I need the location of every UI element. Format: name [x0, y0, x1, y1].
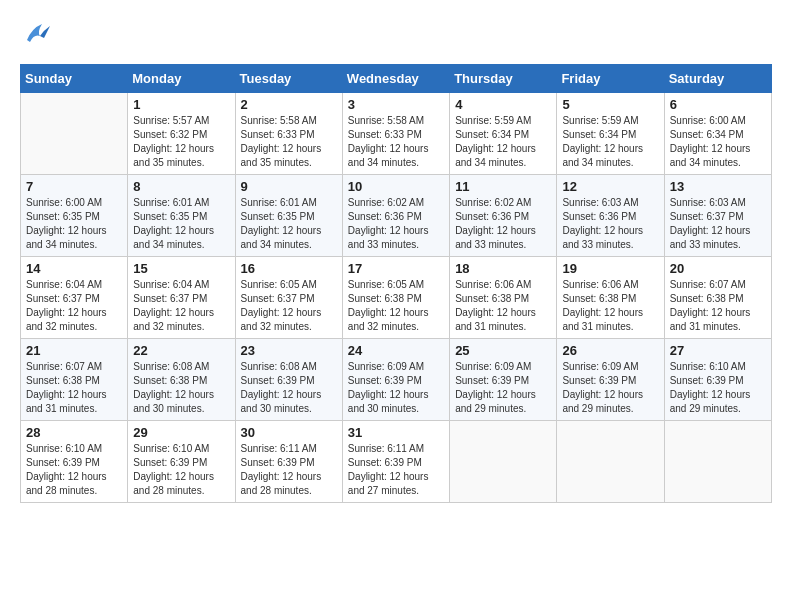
calendar-day-cell: 15Sunrise: 6:04 AM Sunset: 6:37 PM Dayli…: [128, 257, 235, 339]
day-number: 9: [241, 179, 337, 194]
page-header: [20, 20, 772, 48]
calendar-day-cell: 2Sunrise: 5:58 AM Sunset: 6:33 PM Daylig…: [235, 93, 342, 175]
day-of-week-header: Monday: [128, 65, 235, 93]
day-info: Sunrise: 6:03 AM Sunset: 6:36 PM Dayligh…: [562, 196, 658, 252]
day-info: Sunrise: 6:08 AM Sunset: 6:38 PM Dayligh…: [133, 360, 229, 416]
day-info: Sunrise: 6:01 AM Sunset: 6:35 PM Dayligh…: [133, 196, 229, 252]
day-info: Sunrise: 6:01 AM Sunset: 6:35 PM Dayligh…: [241, 196, 337, 252]
day-info: Sunrise: 6:06 AM Sunset: 6:38 PM Dayligh…: [562, 278, 658, 334]
day-info: Sunrise: 5:58 AM Sunset: 6:33 PM Dayligh…: [241, 114, 337, 170]
calendar-day-cell: 28Sunrise: 6:10 AM Sunset: 6:39 PM Dayli…: [21, 421, 128, 503]
calendar-day-cell: 9Sunrise: 6:01 AM Sunset: 6:35 PM Daylig…: [235, 175, 342, 257]
day-number: 25: [455, 343, 551, 358]
day-number: 7: [26, 179, 122, 194]
day-number: 8: [133, 179, 229, 194]
day-number: 11: [455, 179, 551, 194]
calendar-week-row: 21Sunrise: 6:07 AM Sunset: 6:38 PM Dayli…: [21, 339, 772, 421]
calendar-day-cell: 6Sunrise: 6:00 AM Sunset: 6:34 PM Daylig…: [664, 93, 771, 175]
day-info: Sunrise: 6:11 AM Sunset: 6:39 PM Dayligh…: [241, 442, 337, 498]
day-number: 31: [348, 425, 444, 440]
day-number: 30: [241, 425, 337, 440]
calendar-day-cell: 20Sunrise: 6:07 AM Sunset: 6:38 PM Dayli…: [664, 257, 771, 339]
calendar-day-cell: 4Sunrise: 5:59 AM Sunset: 6:34 PM Daylig…: [450, 93, 557, 175]
day-info: Sunrise: 6:02 AM Sunset: 6:36 PM Dayligh…: [455, 196, 551, 252]
calendar-day-cell: 8Sunrise: 6:01 AM Sunset: 6:35 PM Daylig…: [128, 175, 235, 257]
calendar-week-row: 7Sunrise: 6:00 AM Sunset: 6:35 PM Daylig…: [21, 175, 772, 257]
calendar-day-cell: 30Sunrise: 6:11 AM Sunset: 6:39 PM Dayli…: [235, 421, 342, 503]
day-number: 3: [348, 97, 444, 112]
day-number: 13: [670, 179, 766, 194]
day-number: 22: [133, 343, 229, 358]
calendar-week-row: 28Sunrise: 6:10 AM Sunset: 6:39 PM Dayli…: [21, 421, 772, 503]
day-info: Sunrise: 6:07 AM Sunset: 6:38 PM Dayligh…: [670, 278, 766, 334]
day-number: 5: [562, 97, 658, 112]
calendar-day-cell: 12Sunrise: 6:03 AM Sunset: 6:36 PM Dayli…: [557, 175, 664, 257]
day-of-week-header: Tuesday: [235, 65, 342, 93]
calendar-day-cell: 24Sunrise: 6:09 AM Sunset: 6:39 PM Dayli…: [342, 339, 449, 421]
day-number: 16: [241, 261, 337, 276]
calendar-day-cell: 13Sunrise: 6:03 AM Sunset: 6:37 PM Dayli…: [664, 175, 771, 257]
day-info: Sunrise: 6:00 AM Sunset: 6:35 PM Dayligh…: [26, 196, 122, 252]
day-info: Sunrise: 5:59 AM Sunset: 6:34 PM Dayligh…: [562, 114, 658, 170]
day-number: 15: [133, 261, 229, 276]
calendar-day-cell: 17Sunrise: 6:05 AM Sunset: 6:38 PM Dayli…: [342, 257, 449, 339]
day-info: Sunrise: 5:59 AM Sunset: 6:34 PM Dayligh…: [455, 114, 551, 170]
day-info: Sunrise: 6:05 AM Sunset: 6:38 PM Dayligh…: [348, 278, 444, 334]
day-number: 4: [455, 97, 551, 112]
day-number: 26: [562, 343, 658, 358]
day-info: Sunrise: 6:02 AM Sunset: 6:36 PM Dayligh…: [348, 196, 444, 252]
day-number: 29: [133, 425, 229, 440]
day-info: Sunrise: 6:00 AM Sunset: 6:34 PM Dayligh…: [670, 114, 766, 170]
calendar-day-cell: [664, 421, 771, 503]
day-number: 28: [26, 425, 122, 440]
day-info: Sunrise: 5:57 AM Sunset: 6:32 PM Dayligh…: [133, 114, 229, 170]
day-of-week-header: Wednesday: [342, 65, 449, 93]
day-info: Sunrise: 6:08 AM Sunset: 6:39 PM Dayligh…: [241, 360, 337, 416]
day-number: 2: [241, 97, 337, 112]
day-number: 23: [241, 343, 337, 358]
calendar-day-cell: 23Sunrise: 6:08 AM Sunset: 6:39 PM Dayli…: [235, 339, 342, 421]
calendar-day-cell: [21, 93, 128, 175]
day-number: 20: [670, 261, 766, 276]
calendar-day-cell: [557, 421, 664, 503]
day-number: 10: [348, 179, 444, 194]
day-number: 1: [133, 97, 229, 112]
day-number: 18: [455, 261, 551, 276]
day-number: 12: [562, 179, 658, 194]
calendar-day-cell: 25Sunrise: 6:09 AM Sunset: 6:39 PM Dayli…: [450, 339, 557, 421]
calendar-day-cell: 19Sunrise: 6:06 AM Sunset: 6:38 PM Dayli…: [557, 257, 664, 339]
day-info: Sunrise: 6:06 AM Sunset: 6:38 PM Dayligh…: [455, 278, 551, 334]
day-info: Sunrise: 6:09 AM Sunset: 6:39 PM Dayligh…: [562, 360, 658, 416]
day-number: 6: [670, 97, 766, 112]
calendar-day-cell: 3Sunrise: 5:58 AM Sunset: 6:33 PM Daylig…: [342, 93, 449, 175]
day-of-week-header: Friday: [557, 65, 664, 93]
day-number: 21: [26, 343, 122, 358]
calendar-day-cell: 18Sunrise: 6:06 AM Sunset: 6:38 PM Dayli…: [450, 257, 557, 339]
day-info: Sunrise: 6:10 AM Sunset: 6:39 PM Dayligh…: [133, 442, 229, 498]
calendar-day-cell: 5Sunrise: 5:59 AM Sunset: 6:34 PM Daylig…: [557, 93, 664, 175]
logo: [20, 20, 52, 48]
logo-bird-icon: [22, 20, 52, 48]
calendar-day-cell: 26Sunrise: 6:09 AM Sunset: 6:39 PM Dayli…: [557, 339, 664, 421]
day-number: 24: [348, 343, 444, 358]
calendar-day-cell: 11Sunrise: 6:02 AM Sunset: 6:36 PM Dayli…: [450, 175, 557, 257]
calendar-day-cell: 27Sunrise: 6:10 AM Sunset: 6:39 PM Dayli…: [664, 339, 771, 421]
calendar-day-cell: 7Sunrise: 6:00 AM Sunset: 6:35 PM Daylig…: [21, 175, 128, 257]
day-info: Sunrise: 6:04 AM Sunset: 6:37 PM Dayligh…: [26, 278, 122, 334]
day-info: Sunrise: 6:10 AM Sunset: 6:39 PM Dayligh…: [670, 360, 766, 416]
day-number: 19: [562, 261, 658, 276]
calendar-week-row: 1Sunrise: 5:57 AM Sunset: 6:32 PM Daylig…: [21, 93, 772, 175]
day-info: Sunrise: 6:10 AM Sunset: 6:39 PM Dayligh…: [26, 442, 122, 498]
day-info: Sunrise: 6:11 AM Sunset: 6:39 PM Dayligh…: [348, 442, 444, 498]
day-info: Sunrise: 6:09 AM Sunset: 6:39 PM Dayligh…: [348, 360, 444, 416]
day-info: Sunrise: 5:58 AM Sunset: 6:33 PM Dayligh…: [348, 114, 444, 170]
calendar-day-cell: 31Sunrise: 6:11 AM Sunset: 6:39 PM Dayli…: [342, 421, 449, 503]
calendar-day-cell: 16Sunrise: 6:05 AM Sunset: 6:37 PM Dayli…: [235, 257, 342, 339]
day-of-week-header: Saturday: [664, 65, 771, 93]
calendar-day-cell: 1Sunrise: 5:57 AM Sunset: 6:32 PM Daylig…: [128, 93, 235, 175]
calendar-day-cell: 21Sunrise: 6:07 AM Sunset: 6:38 PM Dayli…: [21, 339, 128, 421]
day-info: Sunrise: 6:09 AM Sunset: 6:39 PM Dayligh…: [455, 360, 551, 416]
day-info: Sunrise: 6:07 AM Sunset: 6:38 PM Dayligh…: [26, 360, 122, 416]
day-info: Sunrise: 6:03 AM Sunset: 6:37 PM Dayligh…: [670, 196, 766, 252]
day-number: 17: [348, 261, 444, 276]
